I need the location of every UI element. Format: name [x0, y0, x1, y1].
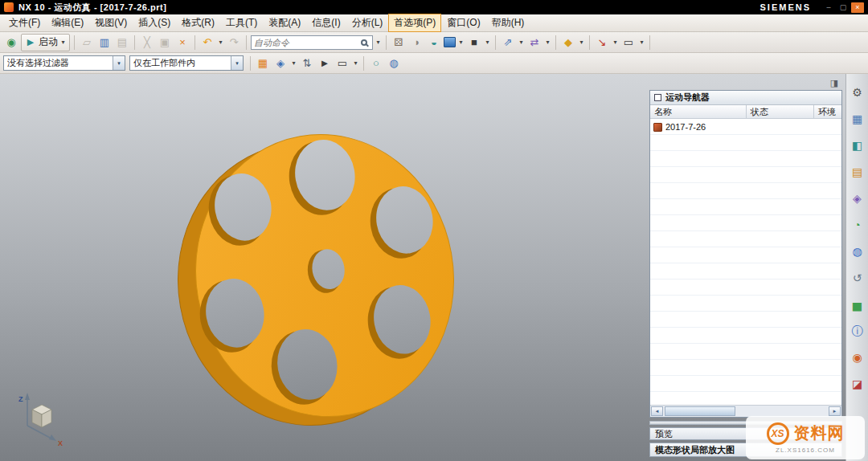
triad-x-label: X [58, 439, 63, 447]
menu-window[interactable]: 窗口(O) [441, 14, 485, 32]
toolbar-separator [555, 35, 556, 50]
cut-icon[interactable]: ╳ [139, 35, 155, 51]
resource-bar-toggle-icon[interactable]: ◨ [828, 77, 841, 88]
menu-information[interactable]: 信息(I) [306, 14, 346, 32]
motion-root-icon [653, 123, 662, 132]
section-view-icon[interactable]: ◒ [426, 35, 442, 51]
graphics-window[interactable]: Z X ◨ ⚙ ▦ ◧ ▤ ◈ ◔ ◍ ↺ ▅ ⓘ ◉ ◪ 运动导航器 名称 状… [0, 74, 868, 461]
menu-assembly[interactable]: 装配(A) [263, 14, 306, 32]
watermark-logo: XS [767, 422, 789, 445]
assembly-navigator-icon[interactable]: ▦ [850, 112, 865, 126]
marquee-dropdown-icon[interactable]: ▾ [638, 39, 645, 46]
circle-select-icon[interactable]: ○ [368, 55, 384, 71]
shaded-view-icon[interactable] [444, 37, 456, 47]
info-icon[interactable]: ⓘ [850, 324, 865, 338]
motion-navigator-header[interactable]: 运动导航器 [650, 91, 841, 105]
selection-scope-filter[interactable]: 仅在工作部件内 ▾ [129, 55, 244, 71]
window-display-icon[interactable]: ■ [466, 35, 482, 51]
snap-dropdown-icon[interactable]: ▾ [290, 59, 297, 67]
marquee-icon[interactable]: ▭ [620, 35, 637, 51]
part-navigator-icon[interactable]: ▤ [850, 165, 865, 179]
chevron-down-icon[interactable]: ▾ [113, 56, 125, 70]
marquee-select-dropdown-icon[interactable]: ▾ [352, 59, 359, 67]
table-row[interactable]: 2017-7-26 [650, 119, 841, 135]
selection-scope-filter-value: 仅在工作部件内 [133, 57, 195, 69]
watermark-name: 资料网 [794, 422, 845, 444]
scroll-right-icon[interactable]: ► [829, 406, 841, 416]
horizontal-scrollbar[interactable]: ◄ ► [650, 405, 841, 417]
redo-icon[interactable]: ↷ [226, 35, 242, 51]
print-icon[interactable]: ▤ [114, 35, 130, 51]
selection-type-filter[interactable]: 没有选择过滤器 ▾ [3, 55, 125, 71]
siemens-logo: SIEMENS [760, 2, 811, 12]
triad-z-label: Z [18, 395, 23, 403]
column-status[interactable]: 状态 [747, 105, 814, 118]
start-menu-button[interactable]: ▶ 启动 ▾ [21, 34, 70, 51]
render-style-dropdown-icon[interactable]: ▾ [457, 39, 465, 46]
system-scenes-icon[interactable]: ◪ [850, 377, 865, 391]
hd3d-tools-icon[interactable]: ◔ [850, 218, 865, 232]
orient-dropdown-icon[interactable]: ▾ [518, 39, 525, 46]
preview-label: 预览 [655, 428, 673, 440]
swap-view-icon[interactable]: ⇄ [526, 35, 542, 51]
chevron-down-icon[interactable]: ▾ [231, 56, 243, 70]
command-finder[interactable] [251, 35, 373, 50]
menu-format[interactable]: 格式(R) [176, 14, 220, 32]
window-dropdown-icon[interactable]: ▾ [484, 39, 491, 46]
maximize-button[interactable]: ▢ [837, 2, 850, 13]
menu-tools[interactable]: 工具(T) [220, 14, 263, 32]
measure-icon[interactable]: ↘ [594, 35, 610, 51]
node-label: 2017-7-26 [665, 122, 706, 132]
orient-view-icon[interactable]: ⇗ [500, 35, 516, 51]
menu-insert[interactable]: 插入(S) [133, 14, 176, 32]
cursor-select-icon[interactable]: ► [317, 55, 333, 71]
menu-edit[interactable]: 编辑(E) [46, 14, 89, 32]
selection-grid-icon[interactable]: ▦ [255, 55, 271, 71]
constraint-navigator-icon[interactable]: ◧ [850, 138, 865, 153]
toolbar-separator [589, 35, 590, 50]
history-icon[interactable]: ↺ [850, 271, 865, 285]
copy-icon[interactable]: ▣ [157, 35, 173, 51]
dice-icon[interactable]: ⚄ [391, 35, 407, 51]
column-environment[interactable]: 环境 [814, 105, 841, 118]
toolbar-separator [495, 35, 496, 50]
snap-point-icon[interactable]: ◈ [272, 55, 289, 71]
menu-help[interactable]: 帮助(H) [486, 14, 530, 32]
menu-file[interactable]: 文件(F) [3, 14, 46, 32]
process-studio-icon[interactable]: ▅ [850, 297, 865, 312]
scrollbar-thumb[interactable] [665, 406, 735, 416]
menu-analysis[interactable]: 分析(L) [346, 14, 389, 32]
touch-mode-icon[interactable]: ◉ [850, 350, 865, 365]
menu-view[interactable]: 视图(V) [89, 14, 133, 32]
command-finder-input[interactable] [254, 38, 361, 47]
command-finder-dropdown-icon[interactable]: ▾ [375, 39, 382, 46]
menu-preferences[interactable]: 首选项(P) [388, 14, 441, 32]
gear-icon[interactable]: ⚙ [850, 85, 865, 100]
undo-dropdown-icon[interactable]: ▾ [217, 39, 224, 46]
open-icon[interactable]: ▱ [79, 35, 95, 51]
reuse-library-icon[interactable]: ◈ [850, 191, 865, 206]
updown-select-icon[interactable]: ⇅ [299, 55, 315, 71]
globe-icon[interactable]: ◍ [386, 55, 402, 71]
key-icon[interactable]: ◆ [560, 35, 576, 51]
panel-window-icon [654, 94, 661, 101]
column-name[interactable]: 名称 [650, 105, 747, 118]
navigator-tree[interactable]: 2017-7-26 [650, 119, 841, 405]
navigator-column-headers: 名称 状态 环境 [650, 105, 841, 119]
save-icon[interactable]: ▥ [96, 35, 113, 51]
close-button[interactable]: × [851, 2, 864, 13]
nx-sphere-icon[interactable]: ◉ [3, 35, 19, 51]
toolbar-separator [649, 35, 650, 50]
scroll-left-icon[interactable]: ◄ [651, 406, 663, 416]
marquee-select-icon[interactable]: ▭ [334, 55, 350, 71]
toolbar-separator [386, 35, 387, 50]
nx-app-icon [4, 2, 14, 12]
key-dropdown-icon[interactable]: ▾ [578, 39, 585, 46]
undo-icon[interactable]: ↶ [199, 35, 215, 51]
swap-dropdown-icon[interactable]: ▾ [544, 39, 551, 46]
measure-dropdown-icon[interactable]: ▾ [612, 39, 619, 46]
web-browser-icon[interactable]: ◍ [850, 244, 865, 259]
delete-icon[interactable]: × [174, 35, 190, 51]
minimize-button[interactable]: – [822, 2, 835, 13]
sphere-display-icon[interactable]: ◑ [408, 35, 424, 51]
